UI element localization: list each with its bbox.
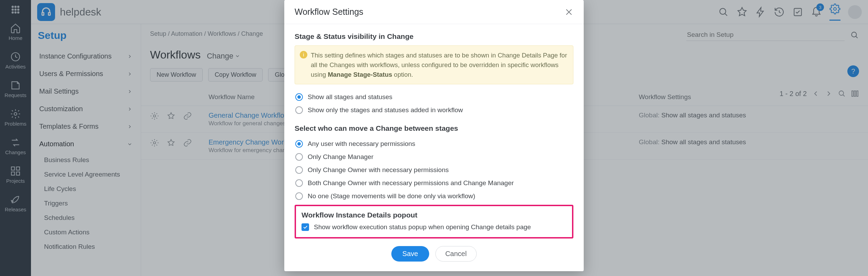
section-popout-title: Workflow Instance Details popout [301, 211, 567, 219]
radio-on-icon [295, 93, 303, 101]
info-text-b: Manage Stage-Status [328, 71, 392, 78]
modal-title: Workflow Settings [295, 7, 363, 17]
cancel-button[interactable]: Cancel [435, 246, 477, 262]
checkbox-checked-icon [301, 223, 309, 231]
highlighted-section: Workflow Instance Details popout Show wo… [295, 205, 573, 238]
info-text-c: option. [392, 71, 413, 78]
radio-off-icon [295, 153, 303, 161]
info-note: i This setting defines which stages and … [295, 45, 573, 84]
radio-on-icon [295, 140, 303, 148]
show-popup-label: Show workflow execution status popup whe… [314, 223, 531, 231]
vis-option-label: Show only the stages and statuses added … [308, 106, 463, 114]
radio-off-icon [295, 166, 303, 174]
vis-option-added[interactable]: Show only the stages and statuses added … [295, 104, 573, 117]
workflow-settings-modal: Workflow Settings Stage & Status visibil… [284, 0, 584, 271]
show-popup-checkbox-row[interactable]: Show workflow execution status popup whe… [301, 223, 567, 231]
section-visibility-title: Stage & Status visibility in Change [295, 32, 573, 41]
move-option-label: Only Change Manager [308, 153, 373, 161]
close-icon[interactable] [564, 8, 573, 17]
move-option-label: Both Change Owner with necessary permiss… [308, 179, 514, 187]
info-icon: i [300, 51, 307, 59]
move-option-any[interactable]: Any user with necessary permissions [295, 137, 573, 150]
radio-off-icon [295, 192, 303, 200]
move-option-owner[interactable]: Only Change Owner with necessary permiss… [295, 163, 573, 177]
move-option-none[interactable]: No one (Stage movements will be done onl… [295, 190, 573, 203]
move-option-both[interactable]: Both Change Owner with necessary permiss… [295, 177, 573, 190]
section-move-title: Select who can move a Change between sta… [295, 124, 573, 132]
move-option-label: Any user with necessary permissions [308, 140, 415, 148]
save-button[interactable]: Save [391, 246, 429, 262]
vis-option-label: Show all stages and statuses [308, 93, 392, 101]
vis-option-all[interactable]: Show all stages and statuses [295, 91, 573, 104]
radio-off-icon [295, 106, 303, 114]
move-option-label: No one (Stage movements will be done onl… [308, 192, 475, 200]
move-option-label: Only Change Owner with necessary permiss… [308, 166, 449, 174]
move-option-manager[interactable]: Only Change Manager [295, 150, 573, 163]
radio-off-icon [295, 179, 303, 187]
